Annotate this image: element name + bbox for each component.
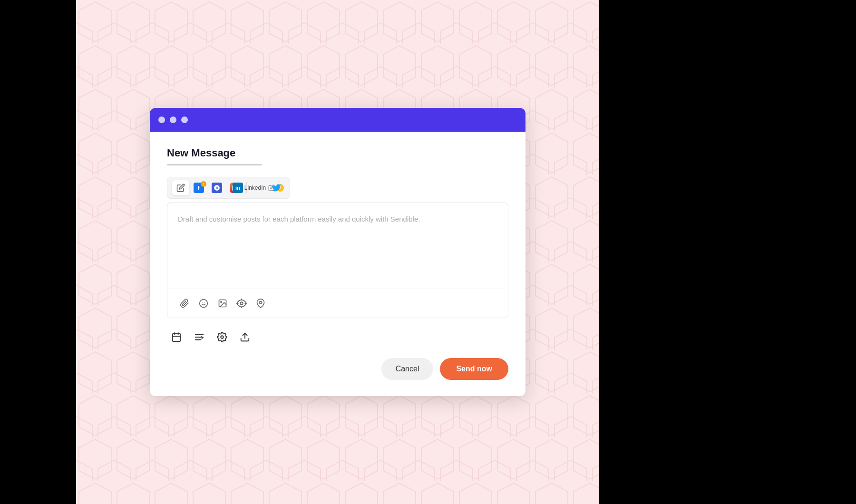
modal-title: New Message	[167, 147, 508, 159]
cancel-button[interactable]: Cancel	[381, 358, 434, 380]
compose-modal: New Message f !	[150, 108, 525, 396]
platform-tab-linkedin[interactable]: in LinkedIn !	[250, 180, 267, 195]
compose-area: Draft and customise posts for each platf…	[167, 203, 508, 318]
titlebar-dot-2	[170, 116, 176, 123]
queue-button[interactable]	[190, 328, 209, 347]
compose-toolbar	[167, 289, 508, 318]
location-button[interactable]	[252, 295, 269, 312]
preview-button[interactable]	[233, 295, 250, 312]
svg-point-14	[260, 301, 262, 304]
svg-point-9	[240, 302, 243, 305]
platform-tab-twitter[interactable]	[268, 180, 285, 195]
modal-body: New Message f !	[150, 132, 525, 396]
title-underline	[167, 164, 262, 165]
platform-tab-meta[interactable]	[208, 180, 225, 195]
settings-button[interactable]	[213, 328, 232, 347]
modal-titlebar	[150, 108, 525, 132]
emoji-button[interactable]	[195, 295, 212, 312]
action-buttons: Cancel Send now	[167, 349, 508, 383]
linkedin-icon: in	[233, 183, 243, 193]
send-now-button[interactable]: Send now	[440, 358, 508, 380]
facebook-warning-badge: !	[201, 181, 206, 187]
platform-tabs: f !	[167, 177, 290, 199]
svg-point-8	[221, 301, 222, 303]
bottom-toolbar	[167, 318, 508, 349]
upload-button[interactable]	[235, 328, 254, 347]
linkedin-label: LinkedIn	[244, 184, 266, 191]
compose-text-placeholder[interactable]: Draft and customise posts for each platf…	[167, 203, 508, 289]
image-button[interactable]	[214, 295, 231, 312]
svg-point-22	[221, 336, 224, 339]
attachment-button[interactable]	[176, 295, 193, 312]
pencil-icon	[176, 184, 185, 192]
svg-point-4	[200, 300, 208, 308]
titlebar-dot-1	[158, 116, 165, 123]
platform-tab-facebook[interactable]: f !	[190, 180, 207, 195]
svg-rect-15	[173, 334, 181, 342]
meta-icon	[212, 183, 222, 193]
platform-tab-all[interactable]	[172, 180, 189, 195]
titlebar-dot-3	[181, 116, 188, 123]
schedule-button[interactable]	[167, 328, 186, 347]
twitter-icon	[271, 182, 282, 194]
